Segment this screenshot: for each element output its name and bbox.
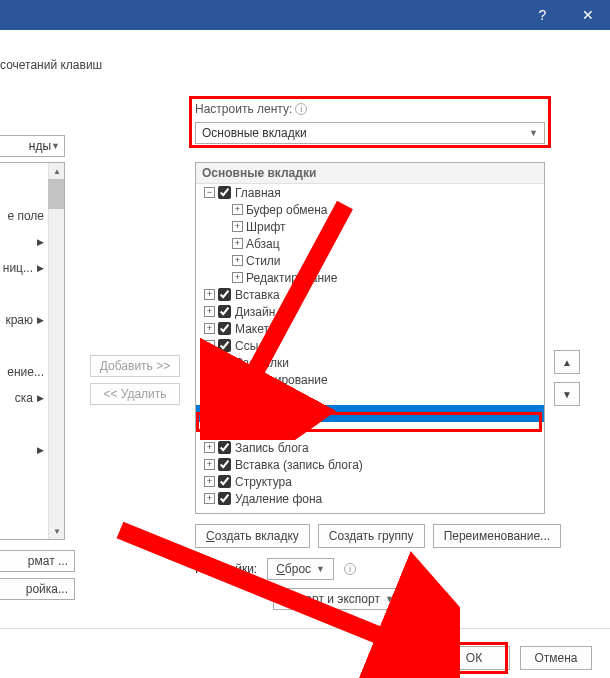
help-button[interactable]: ? [520,0,565,30]
tree-header: Основные вкладки [196,163,544,184]
expand-icon[interactable]: + [232,221,243,232]
new-tab-button[interactable]: Создать вкладку [195,524,310,548]
tree-row[interactable]: +Вид [196,388,544,405]
expand-icon[interactable]: + [232,204,243,215]
left-commands-list[interactable]: ▲ ▼ е поле▶ниц...▶краю▶ение...ска▶▶ [0,162,65,540]
tree-row[interactable]: +Вставка [196,286,544,303]
ribbon-tree[interactable]: Основные вкладки −Главная+Буфер обмена+Ш… [195,162,545,514]
ok-button[interactable]: ОК [438,646,510,670]
expand-icon[interactable]: + [204,459,215,470]
add-button[interactable]: Добавить >> [90,355,180,377]
expand-icon[interactable]: + [204,408,215,419]
expand-icon[interactable]: + [204,391,215,402]
chevron-right-icon: ▶ [37,393,44,403]
ribbon-type-dropdown[interactable]: Основные вкладки ▼ [195,122,545,144]
expand-icon[interactable]: + [204,340,215,351]
format-button[interactable]: рмат ... [0,550,75,572]
expand-icon[interactable]: + [204,425,215,436]
customize-button[interactable]: ройка... [0,578,75,600]
tree-label: Удаление фона [235,492,322,506]
tree-row[interactable]: +Рецензирование [196,371,544,388]
ribbon-dropdown-text: Основные вкладки [202,126,307,140]
info-icon[interactable]: i [344,563,356,575]
checkbox[interactable] [218,339,231,352]
tree-row[interactable]: +Рассылки [196,354,544,371]
checkbox[interactable] [218,288,231,301]
scroll-up-icon[interactable]: ▲ [49,163,65,179]
info-icon[interactable]: i [295,103,307,115]
tree-row[interactable]: +Буфер обмена [196,201,544,218]
checkbox[interactable] [218,424,231,437]
tree-row[interactable]: +Стили [196,252,544,269]
expand-icon[interactable]: + [204,306,215,317]
tree-row[interactable]: +Абзац [196,235,544,252]
expand-icon[interactable]: + [204,476,215,487]
expand-icon[interactable]: + [232,255,243,266]
chevron-down-icon: ▼ [529,128,538,138]
tree-label: Вставка [235,288,280,302]
rename-button[interactable]: Переименование... [433,524,562,548]
tree-label: Главная [235,186,281,200]
expand-icon[interactable]: + [232,272,243,283]
tree-label: Дизайн [235,305,275,319]
checkbox[interactable] [218,441,231,454]
expand-icon[interactable]: + [204,357,215,368]
info-icon[interactable]: i [409,593,421,605]
left-commands-dropdown[interactable]: нды ▼ [0,135,65,157]
checkbox[interactable] [218,390,231,403]
tree-label: Макет [235,322,269,336]
tree-row[interactable]: +Разработчик [196,405,544,422]
tree-row[interactable]: +Надстройки [196,422,544,439]
tree-label: Шрифт [246,220,285,234]
expand-icon[interactable]: + [204,289,215,300]
checkbox[interactable] [218,373,231,386]
titlebar: ? ✕ [0,0,610,30]
tree-label: Структура [235,475,292,489]
checkbox[interactable] [218,322,231,335]
remove-button[interactable]: << Удалить [90,383,180,405]
checkbox[interactable] [218,458,231,471]
tree-label: Буфер обмена [246,203,328,217]
move-down-button[interactable]: ▼ [554,382,580,406]
checkbox[interactable] [218,407,231,420]
cancel-button[interactable]: Отмена [520,646,592,670]
settings-label: Настройки: [195,562,257,576]
checkbox[interactable] [218,186,231,199]
tree-row[interactable]: +Редактирование [196,269,544,286]
checkbox[interactable] [218,475,231,488]
tree-label: Стили [246,254,281,268]
expand-icon[interactable]: + [232,238,243,249]
tree-row[interactable]: +Структура [196,473,544,490]
import-export-menu[interactable]: Импорт и экспорт ▼ [273,588,403,610]
tree-row[interactable]: +Ссылки [196,337,544,354]
tree-row[interactable]: −Главная [196,184,544,201]
chevron-down-icon: ▼ [51,141,60,151]
checkbox[interactable] [218,305,231,318]
new-group-button[interactable]: Создать группу [318,524,425,548]
customize-ribbon-label: Настроить ленту: i [195,102,307,116]
scroll-thumb[interactable] [48,179,64,209]
tree-row[interactable]: +Дизайн [196,303,544,320]
expand-icon[interactable]: + [204,323,215,334]
tree-row[interactable]: +Макет [196,320,544,337]
expand-icon[interactable]: + [204,493,215,504]
expand-icon[interactable]: + [204,374,215,385]
reset-menu[interactable]: Сброс ▼ [267,558,334,580]
tree-label: Редактирование [246,271,337,285]
checkbox[interactable] [218,492,231,505]
scroll-down-icon[interactable]: ▼ [49,523,65,539]
chevron-right-icon: ▶ [37,263,44,273]
close-button[interactable]: ✕ [565,0,610,30]
tree-row[interactable]: +Шрифт [196,218,544,235]
tree-label: Разработчик [235,407,305,421]
tree-row[interactable]: +Запись блога [196,439,544,456]
tree-row[interactable]: +Вставка (запись блога) [196,456,544,473]
chevron-right-icon: ▶ [37,445,44,455]
tree-row[interactable]: +Удаление фона [196,490,544,507]
tree-label: Рецензирование [235,373,328,387]
expand-icon[interactable]: + [204,442,215,453]
collapse-icon[interactable]: − [204,187,215,198]
move-up-button[interactable]: ▲ [554,350,580,374]
scrollbar[interactable]: ▲ ▼ [48,163,64,539]
checkbox[interactable] [218,356,231,369]
